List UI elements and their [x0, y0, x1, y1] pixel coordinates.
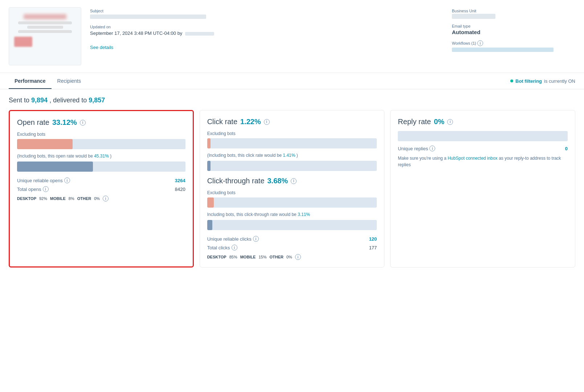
updated-by-blur — [185, 32, 214, 36]
click-including-bots-value: 1.41% — [283, 153, 295, 158]
unique-reliable-clicks-value: 120 — [369, 236, 377, 242]
updated-label: Updated on — [90, 25, 443, 29]
click-including-bots-note: (Including bots, this click rate would b… — [207, 153, 377, 158]
click-rate-title: Click rate 1.22% i — [207, 118, 377, 126]
device-info-icon[interactable]: i — [103, 196, 109, 201]
reply-rate-title: Reply rate 0% i — [398, 118, 568, 126]
open-including-bots-value: 45.31% — [94, 154, 109, 159]
workflows-info-icon[interactable]: i — [477, 40, 483, 46]
click-rate-bar-fill — [207, 138, 211, 148]
open-rate-title: Open rate 33.12% i — [17, 118, 185, 127]
business-unit-blur — [452, 14, 495, 19]
sent-count: 9,894 — [31, 97, 48, 104]
click-rate-dark-bar-fill — [207, 161, 211, 171]
delivered-count: 9,857 — [89, 97, 105, 104]
unique-reliable-opens-row: Unique reliable opens i 3264 — [17, 177, 185, 183]
email-meta: Subject Updated on September 17, 2024 3:… — [90, 7, 443, 65]
reply-rate-info-icon[interactable]: i — [447, 119, 453, 125]
open-including-bots-note: (Including bots, this open rate would be… — [17, 154, 185, 159]
click-excluding-bots-label: Excluding bots — [207, 131, 377, 136]
workflows-blur — [452, 48, 554, 52]
open-rate-dark-bar-fill — [17, 162, 93, 172]
ctr-bar-fill — [207, 197, 214, 208]
unique-clicks-info-icon[interactable]: i — [253, 236, 259, 242]
business-unit-label: Business Unit — [452, 9, 575, 13]
open-rate-bar-container — [17, 139, 185, 149]
workflows-label: Workflows (1) i — [452, 40, 575, 46]
total-clicks-info-icon[interactable]: i — [232, 245, 237, 250]
open-rate-card: Open rate 33.12% i Excluding bots (Inclu… — [9, 110, 194, 268]
reply-rate-bar-container — [398, 131, 568, 141]
ctr-bar-container — [207, 197, 377, 208]
ctr-info-icon[interactable]: i — [291, 178, 297, 184]
unique-replies-row: Unique replies i 0 — [398, 146, 568, 151]
click-device-info-icon[interactable]: i — [295, 254, 301, 260]
bot-filtering-status-text: is currently ON — [544, 78, 575, 84]
unique-replies-value: 0 — [565, 146, 568, 151]
ctr-dark-bar-fill — [207, 220, 212, 230]
email-thumbnail — [9, 7, 81, 65]
tab-performance[interactable]: Performance — [9, 73, 52, 89]
sent-delivered-summary: Sent to 9,894 , delivered to 9,857 — [0, 89, 584, 110]
stats-grid: Open rate 33.12% i Excluding bots (Inclu… — [0, 110, 584, 276]
ctr-including-bots-value: 3.11% — [298, 212, 310, 217]
bot-dot-icon — [510, 79, 513, 82]
open-excluding-bots-label: Excluding bots — [17, 132, 185, 137]
bot-filtering-label: Bot filtering — [515, 78, 542, 84]
reply-note: Make sure you're using a HubSpot connect… — [398, 155, 568, 168]
open-rate-bar-fill — [17, 139, 73, 149]
updated-value: September 17, 2024 3:48 PM UTC-04:00 by — [90, 30, 443, 36]
reply-rate-value: 0% — [434, 118, 444, 126]
email-type-label: Email type — [452, 24, 575, 28]
bot-filtering-status: Bot filtering is currently ON — [510, 78, 575, 84]
unique-reliable-opens-value: 3264 — [175, 178, 185, 183]
open-rate-value: 33.12% — [52, 118, 77, 127]
open-rate-dark-bar-container — [17, 162, 185, 172]
ctr-dark-bar-container — [207, 220, 377, 230]
unique-reliable-clicks-row: Unique reliable clicks i 120 — [207, 236, 377, 242]
open-device-stats: DESKTOP 92% MOBILE 8% OTHER 0% i — [17, 196, 185, 201]
ctr-including-bots-note: Including bots, this click-through rate … — [207, 212, 377, 217]
total-clicks-value: 177 — [369, 245, 377, 250]
total-clicks-row: Total clicks i 177 — [207, 245, 377, 250]
click-rate-value: 1.22% — [240, 118, 261, 126]
tabs-bar: Performance Recipients Bot filtering is … — [0, 73, 584, 89]
total-opens-row: Total opens i 8420 — [17, 186, 185, 192]
hubspot-inbox-link[interactable]: HubSpot connected inbox — [448, 156, 497, 161]
ctr-title: Click-through rate 3.68% i — [207, 177, 377, 185]
click-rate-info-icon[interactable]: i — [264, 119, 270, 125]
click-device-stats: DESKTOP 85% MOBILE 15% OTHER 0% i — [207, 254, 377, 260]
tabs-left: Performance Recipients — [9, 73, 87, 89]
click-rate-bar-container — [207, 138, 377, 148]
reply-rate-card: Reply rate 0% i Unique replies i 0 Make … — [390, 110, 575, 268]
click-rate-dark-bar-container — [207, 161, 377, 171]
header-section: Subject Updated on September 17, 2024 3:… — [0, 0, 584, 73]
unique-replies-info-icon[interactable]: i — [429, 146, 435, 151]
tab-recipients[interactable]: Recipients — [52, 73, 87, 89]
open-rate-info-icon[interactable]: i — [80, 120, 86, 126]
ctr-value: 3.68% — [268, 177, 288, 185]
email-right-meta: Business Unit Email type Automated Workf… — [452, 7, 575, 65]
email-type-value: Automated — [452, 29, 575, 35]
unique-opens-info-icon[interactable]: i — [64, 177, 70, 183]
subject-value-blur — [90, 15, 206, 19]
total-opens-info-icon[interactable]: i — [43, 186, 49, 192]
total-opens-value: 8420 — [175, 187, 185, 192]
click-rate-card: Click rate 1.22% i Excluding bots (Inclu… — [200, 110, 385, 268]
ctr-excluding-bots-label: Excluding bots — [207, 190, 377, 195]
subject-label: Subject — [90, 9, 443, 13]
see-details-link[interactable]: See details — [90, 45, 113, 50]
